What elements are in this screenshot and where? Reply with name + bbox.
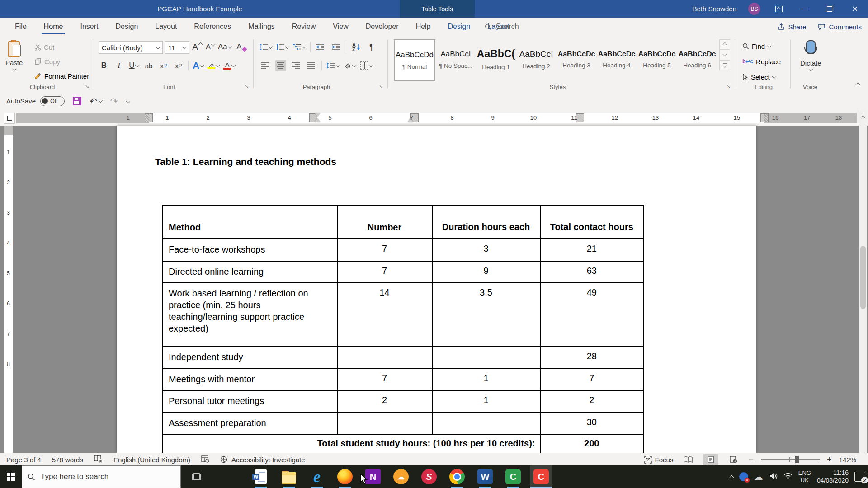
zoom-level[interactable]: 142% xyxy=(839,456,856,464)
vertical-ruler[interactable]: 12345678 xyxy=(4,126,13,453)
table-row[interactable]: Meetings with mentor 7 1 7 xyxy=(163,369,644,390)
style-no-spacing[interactable]: AaBbCcI¶ No Spac... xyxy=(436,39,476,79)
grow-font-button[interactable]: A xyxy=(192,41,203,53)
taskbar-camtasia[interactable]: C xyxy=(502,465,524,488)
table-column-marker[interactable] xyxy=(760,113,769,122)
language-switcher[interactable]: ENGUK xyxy=(798,469,811,484)
italic-button[interactable]: I xyxy=(113,60,124,71)
zoom-out-icon[interactable]: − xyxy=(748,455,754,465)
task-view-button[interactable] xyxy=(186,465,207,488)
user-avatar[interactable]: BS xyxy=(748,3,760,15)
tab-developer[interactable]: Developer xyxy=(357,18,407,36)
style-heading-5[interactable]: AaBbCcDcHeading 5 xyxy=(637,39,677,79)
style-heading-6[interactable]: AaBbCcDcHeading 6 xyxy=(677,39,717,79)
zoom-slider[interactable] xyxy=(761,459,820,460)
styles-scroll-up-icon[interactable] xyxy=(719,39,730,50)
cut-button[interactable]: Cut xyxy=(34,41,89,53)
taskbar-search-input[interactable]: Type here to search xyxy=(22,465,181,488)
justify-button[interactable] xyxy=(306,60,317,71)
header-total[interactable]: Total contact hours xyxy=(540,206,644,239)
taskbar-snagit[interactable]: S xyxy=(418,465,440,488)
taskbar-word-document[interactable]: W xyxy=(250,465,272,488)
clipboard-dialog-launcher-icon[interactable]: ↘ xyxy=(85,84,89,89)
tab-references[interactable]: References xyxy=(185,18,240,36)
bold-button[interactable]: B xyxy=(99,60,109,71)
tab-help[interactable]: Help xyxy=(407,18,439,36)
share-button[interactable]: Share xyxy=(778,23,806,31)
ribbon-display-options-icon[interactable] xyxy=(772,2,786,16)
increase-indent-button[interactable] xyxy=(330,41,341,53)
taskbar-internet-explorer[interactable]: e xyxy=(306,465,328,488)
print-layout-button[interactable] xyxy=(703,454,718,465)
style-heading-3[interactable]: AaBbCcDcHeading 3 xyxy=(557,39,596,79)
hidden-icons-chevron-icon[interactable] xyxy=(730,473,733,481)
styles-scroll-down-icon[interactable] xyxy=(719,50,730,60)
sync-status-icon[interactable]: × xyxy=(739,472,748,481)
header-duration[interactable]: Duration hours each xyxy=(432,206,540,239)
customize-qat-icon[interactable] xyxy=(126,99,130,103)
paragraph-dialog-launcher-icon[interactable]: ↘ xyxy=(379,84,383,89)
restore-icon[interactable] xyxy=(823,2,836,16)
superscript-button[interactable]: x2 xyxy=(173,60,184,71)
font-size-select[interactable]: 11 xyxy=(165,41,189,54)
text-effects-button[interactable]: A xyxy=(193,60,203,71)
accessibility-checker[interactable]: Accessibility: Investigate xyxy=(220,456,305,464)
shading-button[interactable] xyxy=(344,60,356,71)
redo-button[interactable]: ↷ xyxy=(110,96,118,107)
bullets-button[interactable] xyxy=(260,41,272,53)
tab-insert[interactable]: Insert xyxy=(71,18,107,36)
font-name-select[interactable]: Calibri (Body) xyxy=(99,41,163,54)
search-box[interactable]: Search xyxy=(485,18,519,36)
taskbar-word[interactable]: W xyxy=(474,465,496,488)
tab-layout[interactable]: Layout xyxy=(146,18,185,36)
style-heading-2[interactable]: AaBbCcIHeading 2 xyxy=(516,39,556,79)
subscript-button[interactable]: x2 xyxy=(158,60,169,71)
document-heading[interactable]: Table 1: Learning and teaching methods xyxy=(155,156,336,167)
multilevel-list-button[interactable] xyxy=(293,41,306,53)
collapse-ribbon-icon[interactable] xyxy=(856,80,859,88)
font-color-button[interactable]: A xyxy=(223,60,235,71)
proofing-errors-icon[interactable] xyxy=(94,455,103,464)
font-dialog-launcher-icon[interactable]: ↘ xyxy=(245,84,249,89)
strikethrough-button[interactable]: ab xyxy=(143,60,154,71)
numbering-button[interactable] xyxy=(277,41,289,53)
table-row[interactable]: Work based learning / reflection on prac… xyxy=(163,283,644,347)
tab-mailings[interactable]: Mailings xyxy=(240,18,283,36)
align-right-button[interactable] xyxy=(291,60,302,71)
header-method[interactable]: Method xyxy=(163,206,337,239)
taskbar-file-explorer[interactable] xyxy=(278,465,300,488)
horizontal-ruler[interactable]: 1123456789101112131415161718 xyxy=(16,113,857,123)
taskbar-camtasia-recorder[interactable]: C xyxy=(530,465,552,488)
styles-gallery-more-icon[interactable] xyxy=(719,60,730,70)
clock[interactable]: 11:1604/08/2020 xyxy=(817,469,849,484)
sort-button[interactable]: AZ xyxy=(351,41,362,53)
select-button[interactable]: Select xyxy=(742,71,781,83)
paste-dropdown-icon[interactable] xyxy=(12,66,16,71)
tab-stop-selector[interactable] xyxy=(4,113,15,124)
page-indicator[interactable]: Page 3 of 4 xyxy=(6,456,41,464)
table-tools-contextual-header[interactable]: Table Tools xyxy=(400,0,475,18)
table-row[interactable]: Personal tutor meetings 2 1 2 xyxy=(163,390,644,413)
paste-button[interactable]: Paste xyxy=(5,40,23,71)
zoom-slider-thumb[interactable] xyxy=(795,456,799,463)
table-row[interactable]: Directed online learning 7 9 63 xyxy=(163,261,644,283)
table-column-marker[interactable] xyxy=(145,113,153,122)
taskbar-weather[interactable]: ☁ xyxy=(390,465,412,488)
dictate-button[interactable]: Dictate xyxy=(800,40,821,71)
learning-methods-table[interactable]: Method Number Duration hours each Total … xyxy=(162,205,644,457)
wifi-icon[interactable] xyxy=(783,472,793,481)
word-count[interactable]: 578 words xyxy=(52,456,83,464)
tab-home[interactable]: Home xyxy=(35,18,72,36)
highlight-button[interactable] xyxy=(208,60,219,71)
clear-formatting-button[interactable]: A xyxy=(234,41,245,53)
style-normal[interactable]: AaBbCcDd¶ Normal xyxy=(394,39,435,81)
show-formatting-button[interactable]: ¶ xyxy=(366,41,377,53)
undo-button[interactable]: ↶ xyxy=(90,96,102,107)
hanging-indent-marker[interactable] xyxy=(315,118,320,122)
save-button[interactable] xyxy=(73,97,81,105)
tab-review[interactable]: Review xyxy=(283,18,324,36)
decrease-indent-button[interactable] xyxy=(315,41,326,53)
vertical-scrollbar[interactable] xyxy=(859,110,867,453)
style-heading-4[interactable]: AaBbCcDcHeading 4 xyxy=(597,39,637,79)
document-page[interactable]: Table 1: Learning and teaching methods M… xyxy=(117,126,756,453)
